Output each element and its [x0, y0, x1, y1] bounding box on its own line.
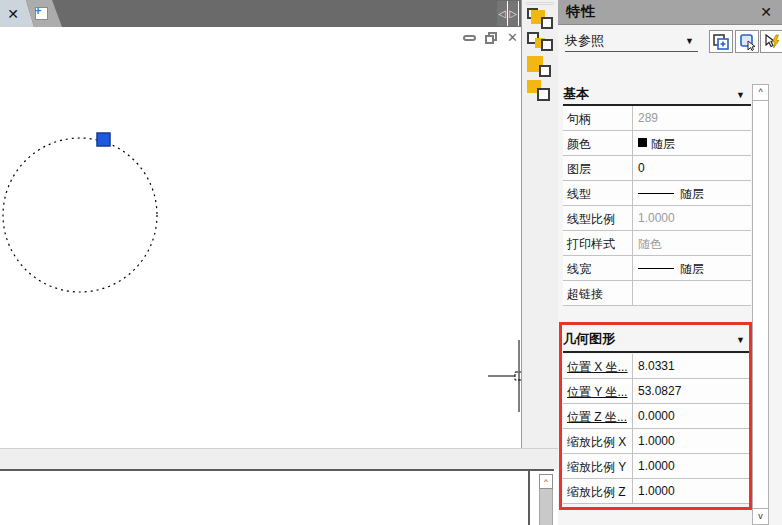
grip-point[interactable] — [97, 133, 110, 146]
row-plot-style: 打印样式 随色 — [563, 231, 751, 256]
row-scale-x: 缩放比例 X 1.0000 — [563, 429, 751, 454]
restore-icon[interactable] — [485, 32, 498, 44]
palette-title: 特性 — [566, 3, 596, 21]
squares-icon-4[interactable] — [527, 80, 555, 101]
section-geometry-header: 几何图形 ▼ — [563, 330, 753, 350]
minimize-icon[interactable] — [463, 35, 476, 41]
object-type-row: 块参照 ▼ — [565, 30, 775, 54]
palette-titlebar: 特性 ✕ — [558, 0, 782, 25]
row-scale-y: 缩放比例 Y 1.0000 — [563, 454, 751, 479]
tab-scroll-buttons: ◁ ▷ — [497, 1, 519, 26]
squares-icon-1[interactable] — [527, 8, 555, 29]
new-drawing-icon: + — [35, 7, 48, 20]
chevron-down-icon: ▼ — [685, 36, 694, 46]
collapse-basic-icon[interactable]: ▼ — [736, 90, 745, 100]
dock-strip — [521, 0, 558, 448]
scroll-up-icon[interactable]: ^ — [753, 85, 768, 101]
row-hyperlink: 超链接 — [563, 281, 751, 306]
row-layer: 图层 0 — [563, 156, 751, 181]
scroll-down-icon[interactable]: v — [753, 508, 768, 524]
lineweight-sample-icon — [638, 268, 674, 269]
close-window-icon[interactable]: ✕ — [507, 32, 518, 44]
section-basic-header: 基本 ▼ — [563, 85, 753, 105]
section-rule — [563, 351, 751, 353]
row-position-x: 位置 X 坐... 8.0331 — [563, 354, 751, 379]
row-lineweight: 线宽 随层 — [563, 256, 751, 281]
squares-icon-3[interactable] — [527, 56, 555, 77]
drawing-window-controls: ✕ — [463, 32, 518, 44]
quick-select-icon — [762, 32, 782, 52]
palette-close-icon[interactable]: ✕ — [760, 4, 772, 20]
row-linetype: 线型 随层 — [563, 181, 751, 206]
quick-select-button[interactable] — [760, 30, 782, 53]
linetype-sample-icon — [638, 193, 674, 194]
tab-close-icon: ✕ — [7, 6, 19, 22]
collapse-geometry-icon[interactable]: ▼ — [736, 335, 745, 345]
tab-scroll-left-icon[interactable]: ◁ — [497, 1, 508, 26]
pane-divider — [528, 471, 530, 525]
canvas-graphics — [0, 27, 526, 448]
color-swatch — [638, 138, 647, 147]
select-objects-icon — [737, 32, 757, 52]
layout-band — [0, 448, 558, 469]
row-position-y: 位置 Y 坐... 53.0827 — [563, 379, 751, 404]
select-objects-button[interactable] — [735, 30, 759, 53]
scroll-up-icon[interactable]: ^ — [539, 474, 553, 489]
dock-grip-handle[interactable] — [526, 2, 554, 5]
row-color: 颜色 随层 — [563, 131, 751, 156]
application-window: ✕ + ◁ ▷ ✕ — [0, 0, 782, 525]
palette-scrollbar: ^ v — [752, 84, 769, 525]
toggle-pickadd-icon — [711, 32, 731, 52]
object-type-value: 块参照 — [565, 32, 604, 50]
properties-palette: 特性 ✕ 块参照 ▼ — [558, 0, 782, 525]
command-scrollbar: ^ — [539, 474, 553, 525]
scroll-track[interactable] — [539, 489, 553, 525]
row-position-z: 位置 Z 坐... 0.0000 — [563, 404, 751, 429]
squares-icon-2[interactable] — [527, 32, 555, 53]
drawing-canvas[interactable]: ✕ — [0, 27, 526, 448]
tab-scroll-right-icon[interactable]: ▷ — [508, 1, 519, 26]
row-scale-z: 缩放比例 Z 1.0000 — [563, 479, 751, 504]
row-handle: 句柄 289 — [563, 106, 751, 131]
command-window[interactable]: ^ — [0, 469, 554, 525]
selected-circle[interactable] — [3, 138, 157, 292]
row-linetype-scale: 线型比例 1.0000 — [563, 206, 751, 231]
object-type-dropdown[interactable]: 块参照 ▼ — [565, 30, 698, 52]
toggle-pickadd-button[interactable] — [709, 30, 733, 53]
file-tab-bar: ✕ + ◁ ▷ — [0, 0, 521, 27]
